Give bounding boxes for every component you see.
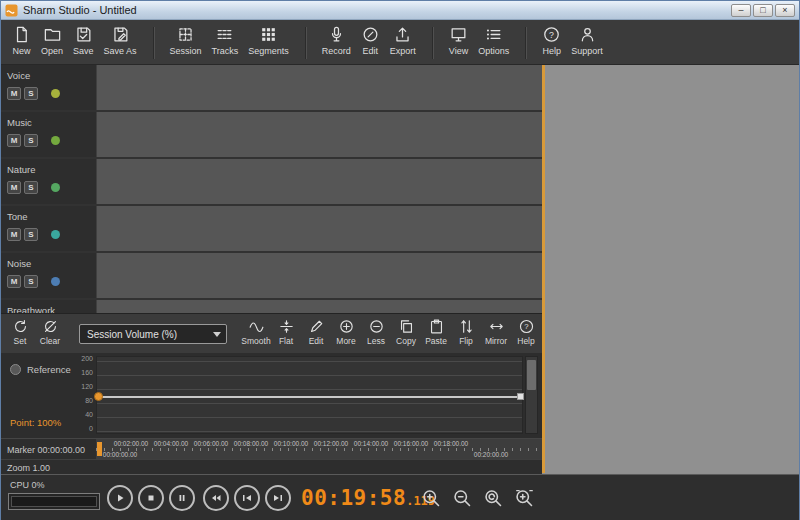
pause-button[interactable] xyxy=(169,485,195,511)
session-button[interactable]: Session xyxy=(165,23,207,58)
tick-label: 00:18:00.00 xyxy=(427,440,475,447)
rewind-button[interactable] xyxy=(203,485,229,511)
track-color-dot xyxy=(51,230,60,239)
mute-button[interactable]: M xyxy=(7,275,21,288)
track-name: Nature xyxy=(7,164,90,175)
mirror-label: Mirror xyxy=(485,336,507,346)
skip-to-end-button[interactable] xyxy=(265,485,291,511)
solo-button[interactable]: S xyxy=(24,228,38,241)
new-label: New xyxy=(12,46,30,56)
edit-button[interactable]: Edit xyxy=(356,23,385,58)
zoom-in-button[interactable] xyxy=(421,488,442,509)
zoom-in-icon xyxy=(421,488,442,509)
edit-circle-icon xyxy=(361,25,380,44)
envelope-value-line[interactable] xyxy=(97,396,522,398)
zoom-out-button[interactable] xyxy=(452,488,473,509)
scrollbar-thumb[interactable] xyxy=(527,360,536,390)
solo-button[interactable]: S xyxy=(24,134,38,147)
track-lane[interactable] xyxy=(96,300,542,313)
zoom-out-icon xyxy=(452,488,473,509)
view-button[interactable]: View xyxy=(444,23,473,58)
mute-button[interactable]: M xyxy=(7,87,21,100)
flat-line-icon xyxy=(278,318,295,335)
mute-button[interactable]: M xyxy=(7,181,21,194)
tracks-button[interactable]: Tracks xyxy=(207,23,244,58)
envelope-help-button[interactable]: ? Help xyxy=(511,317,541,347)
more-button[interactable]: More xyxy=(331,317,361,347)
set-button[interactable]: Set xyxy=(5,317,35,347)
stop-button[interactable] xyxy=(138,485,164,511)
envelope-edit-button[interactable]: Edit xyxy=(301,317,331,347)
envelope-select[interactable]: Session Volume (%) xyxy=(79,324,227,344)
options-label: Options xyxy=(478,46,509,56)
record-button[interactable]: Record xyxy=(317,23,356,58)
flat-button[interactable]: Flat xyxy=(271,317,301,347)
new-button[interactable]: New xyxy=(7,23,36,58)
folder-icon xyxy=(43,25,62,44)
options-list-icon xyxy=(484,25,503,44)
solo-button[interactable]: S xyxy=(24,275,38,288)
track-lane[interactable] xyxy=(96,65,542,110)
segments-grid-icon xyxy=(259,25,278,44)
options-button[interactable]: Options xyxy=(473,23,514,58)
envelope-point-handle-left[interactable] xyxy=(94,392,103,401)
paste-button[interactable]: Paste xyxy=(421,317,451,347)
close-button[interactable]: × xyxy=(775,4,795,17)
reference-option[interactable]: Reference xyxy=(10,364,71,375)
track-controls: M S xyxy=(7,181,90,194)
envelope-point-handle-right[interactable] xyxy=(517,393,524,400)
track-lane[interactable] xyxy=(96,253,542,298)
help-button[interactable]: ? Help xyxy=(537,23,566,58)
zoom-selection-button[interactable] xyxy=(514,488,535,509)
save-button[interactable]: Save xyxy=(68,23,99,58)
timeline-ruler[interactable]: 00:02:00.00 00:04:00.00 00:06:00.00 00:0… xyxy=(96,439,542,460)
flip-button[interactable]: Flip xyxy=(451,317,481,347)
track-lane[interactable] xyxy=(96,112,542,157)
track-lane[interactable] xyxy=(96,159,542,204)
track-lane[interactable] xyxy=(96,206,542,251)
segments-button[interactable]: Segments xyxy=(243,23,294,58)
track-row-music: Music M S xyxy=(1,112,542,159)
track-controls: M S xyxy=(7,87,90,100)
skip-to-start-button[interactable] xyxy=(234,485,260,511)
skip-end-icon xyxy=(272,492,284,504)
save-as-button[interactable]: Save As xyxy=(99,23,142,58)
play-button[interactable] xyxy=(107,485,133,511)
maximize-button[interactable]: □ xyxy=(753,4,773,17)
copy-icon xyxy=(398,318,415,335)
copy-button[interactable]: Copy xyxy=(391,317,421,347)
zoom-buttons xyxy=(421,488,535,509)
envelope-help-label: Help xyxy=(517,336,534,346)
gridline xyxy=(97,417,522,418)
open-button[interactable]: Open xyxy=(36,23,68,58)
track-header: Voice M S xyxy=(1,65,96,110)
envelope-graph[interactable] xyxy=(96,356,523,434)
clear-button[interactable]: Clear xyxy=(35,317,65,347)
cpu-meter xyxy=(8,493,100,510)
less-button[interactable]: Less xyxy=(361,317,391,347)
radio-icon xyxy=(10,364,21,375)
track-name: Noise xyxy=(7,258,90,269)
stop-icon xyxy=(145,492,157,504)
playback-buttons xyxy=(107,485,195,511)
minimize-button[interactable]: – xyxy=(731,4,751,17)
support-button[interactable]: Support xyxy=(566,23,608,58)
solo-button[interactable]: S xyxy=(24,181,38,194)
segments-label: Segments xyxy=(248,46,289,56)
scale-120: 120 xyxy=(67,383,93,390)
envelope-edit-label: Edit xyxy=(309,336,324,346)
mute-button[interactable]: M xyxy=(7,134,21,147)
marker-row: Marker 00:00:00.00 00:02:00.00 00:04:00.… xyxy=(1,438,542,459)
zoom-reset-button[interactable] xyxy=(483,488,504,509)
toolbar-separator xyxy=(525,27,526,59)
scale-200: 200 xyxy=(67,355,93,362)
smooth-button[interactable]: Smooth xyxy=(241,317,271,347)
mute-button[interactable]: M xyxy=(7,228,21,241)
track-name: Tone xyxy=(7,211,90,222)
save-label: Save xyxy=(73,46,94,56)
envelope-scrollbar[interactable] xyxy=(525,356,538,434)
solo-button[interactable]: S xyxy=(24,87,38,100)
mirror-button[interactable]: Mirror xyxy=(481,317,511,347)
export-button[interactable]: Export xyxy=(385,23,421,58)
help-icon: ? xyxy=(518,318,535,335)
